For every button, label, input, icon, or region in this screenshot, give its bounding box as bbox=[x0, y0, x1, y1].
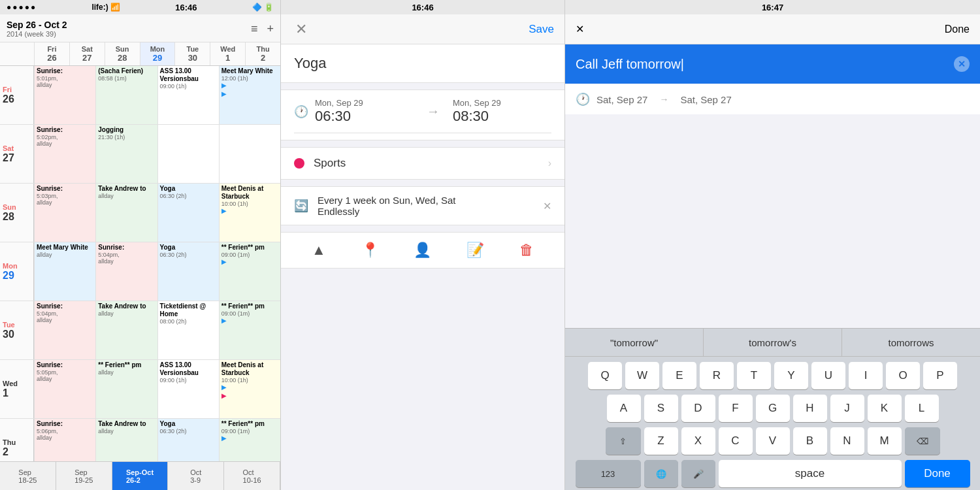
event-cell[interactable]: Meet Mary White allday bbox=[34, 242, 95, 301]
key-f[interactable]: F bbox=[719, 395, 753, 422]
event-cell[interactable]: Sunrise: 5:03pm, allday bbox=[34, 184, 95, 242]
event-cell[interactable]: Meet Mary White 12:00 (1h) ▶▶ bbox=[219, 66, 280, 124]
key-p[interactable]: P bbox=[923, 362, 957, 389]
reminder-close-button[interactable]: ✕ bbox=[576, 23, 584, 35]
status-icons-1: 🔷 🔋 bbox=[252, 3, 274, 12]
event-cell[interactable]: Sunrise: 5:04pm, allday bbox=[95, 242, 157, 301]
key-w[interactable]: W bbox=[625, 362, 659, 389]
event-cell[interactable]: ASS 13.00 Versionsbau 09:00 (1h) bbox=[157, 66, 219, 124]
event-end-time: 08:30 bbox=[453, 108, 551, 125]
week-nav-oct10[interactable]: Oct10-16 bbox=[224, 462, 280, 490]
space-key[interactable]: space bbox=[719, 460, 902, 487]
key-i[interactable]: I bbox=[849, 362, 883, 389]
day-header-fri[interactable]: Fri26 bbox=[34, 42, 69, 65]
event-cell[interactable]: Yoga 06:30 (2h) bbox=[157, 242, 219, 301]
week-nav-sep18[interactable]: Sep18-25 bbox=[0, 462, 56, 490]
numbers-key[interactable]: 123 bbox=[576, 460, 641, 487]
key-x[interactable]: X bbox=[681, 427, 715, 455]
backspace-key[interactable]: ⌫ bbox=[905, 427, 940, 455]
event-cell[interactable]: Yoga 06:30 (2h) bbox=[157, 419, 219, 461]
key-u[interactable]: U bbox=[811, 362, 845, 389]
week-nav-sep19[interactable]: Sep19-25 bbox=[56, 462, 112, 490]
key-e[interactable]: E bbox=[662, 362, 696, 389]
key-y[interactable]: Y bbox=[774, 362, 808, 389]
save-button[interactable]: Save bbox=[529, 23, 554, 36]
event-cell[interactable]: Take Andrew to allday bbox=[95, 301, 157, 359]
event-cell[interactable]: Meet Denis at Starbuck 10:00 (1h) ▶▶ bbox=[219, 360, 280, 418]
event-cell[interactable]: ** Ferien** pm 09:00 (1m) ▶ bbox=[219, 301, 280, 359]
menu-icon[interactable]: ≡ bbox=[251, 22, 258, 36]
key-v[interactable]: V bbox=[756, 427, 790, 455]
delete-toolbar-icon[interactable]: 🗑 bbox=[519, 242, 534, 259]
key-a[interactable]: A bbox=[607, 395, 641, 422]
event-cell[interactable]: Sunrise: 5:01pm, allday bbox=[34, 66, 95, 124]
day-header-thu[interactable]: Thu2 bbox=[245, 42, 280, 65]
week-nav-oct3[interactable]: Oct3-9 bbox=[168, 462, 224, 490]
key-r[interactable]: R bbox=[700, 362, 734, 389]
event-cell[interactable]: (Sacha Ferien) 08:58 (1m) bbox=[95, 66, 157, 124]
day-header-wed[interactable]: Wed1 bbox=[210, 42, 245, 65]
event-calendar-section[interactable]: Sports › bbox=[281, 147, 564, 180]
day-header-tue[interactable]: Tue30 bbox=[174, 42, 210, 65]
key-l[interactable]: L bbox=[905, 395, 939, 422]
day-header-sat[interactable]: Sat27 bbox=[69, 42, 105, 65]
row-label-sun: Sun 28 bbox=[0, 184, 34, 242]
key-m[interactable]: M bbox=[868, 427, 902, 455]
event-cell[interactable]: Yoga 06:30 (2h) bbox=[157, 184, 219, 242]
key-d[interactable]: D bbox=[681, 395, 715, 422]
event-cell[interactable]: ** Ferien** pm 09:00 (1m) ▶ bbox=[219, 419, 280, 461]
event-cell[interactable]: Sunrise: 5:02pm, allday bbox=[34, 125, 95, 183]
calendar-week-info: 2014 (week 39) bbox=[7, 30, 67, 38]
event-cell[interactable]: Take Andrew to allday bbox=[95, 419, 157, 461]
key-g[interactable]: G bbox=[756, 395, 790, 422]
location-toolbar-icon[interactable]: 📍 bbox=[361, 242, 379, 259]
weekday-label: Tue bbox=[3, 321, 15, 329]
day-header-mon[interactable]: Mon29 bbox=[140, 42, 175, 65]
autocomplete-item-plural[interactable]: tomorrows bbox=[842, 329, 980, 356]
key-t[interactable]: T bbox=[737, 362, 771, 389]
key-b[interactable]: B bbox=[793, 427, 827, 455]
repeat-close-icon[interactable]: ✕ bbox=[543, 200, 551, 212]
shift-key[interactable]: ⇧ bbox=[606, 427, 641, 455]
key-o[interactable]: O bbox=[886, 362, 920, 389]
clear-input-button[interactable]: ✕ bbox=[954, 56, 970, 72]
event-cell[interactable]: Jogging 21:30 (1h) bbox=[95, 125, 157, 183]
autocomplete-label: "tomorrow" bbox=[610, 337, 658, 348]
weekday-label: Fri bbox=[3, 86, 12, 93]
key-j[interactable]: J bbox=[830, 395, 864, 422]
day-header-sun[interactable]: Sun28 bbox=[105, 42, 140, 65]
key-c[interactable]: C bbox=[719, 427, 753, 455]
key-q[interactable]: Q bbox=[588, 362, 622, 389]
autocomplete-item-quoted[interactable]: "tomorrow" bbox=[565, 329, 704, 356]
event-cell[interactable]: Sunrise: 5:05pm, allday bbox=[34, 360, 95, 418]
event-cell[interactable]: Meet Denis at Starbuck 10:00 (1h) ▶ bbox=[219, 184, 280, 242]
event-cell[interactable]: ASS 13.00 Versionsbau 09:00 (1h) bbox=[157, 360, 219, 418]
done-button[interactable]: Done bbox=[945, 24, 970, 35]
event-cell[interactable]: Ticketdienst @ Home 08:00 (2h) bbox=[157, 301, 219, 359]
contact-toolbar-icon[interactable]: 👤 bbox=[414, 242, 431, 259]
row-cells-thu: Sunrise: 5:06pm, allday Take Andrew to a… bbox=[34, 419, 280, 461]
autocomplete-item-possessive[interactable]: tomorrow's bbox=[704, 329, 842, 356]
key-k[interactable]: K bbox=[868, 395, 902, 422]
key-s[interactable]: S bbox=[644, 395, 678, 422]
event-cell[interactable]: Sunrise: 5:06pm, allday bbox=[34, 419, 95, 461]
reminder-time-section[interactable]: 🕐 Sat, Sep 27 → Sat, Sep 27 bbox=[565, 84, 980, 114]
key-n[interactable]: N bbox=[830, 427, 864, 455]
add-event-icon[interactable]: + bbox=[267, 22, 274, 36]
event-cell[interactable]: ** Ferien** pm allday bbox=[95, 360, 157, 418]
microphone-key[interactable]: 🎤 bbox=[681, 460, 715, 487]
event-cell[interactable]: ** Ferien** pm 09:00 (1m) ▶ bbox=[219, 242, 280, 301]
key-h[interactable]: H bbox=[793, 395, 827, 422]
event-start-time-row[interactable]: 🕐 Mon, Sep 29 06:30 → Mon, Sep 29 08:30 bbox=[281, 90, 564, 133]
globe-key[interactable]: 🌐 bbox=[644, 460, 678, 487]
notes-toolbar-icon[interactable]: 📝 bbox=[466, 242, 484, 259]
close-button[interactable]: ✕ bbox=[291, 21, 311, 38]
bell-toolbar-icon[interactable]: ▲ bbox=[312, 242, 326, 259]
week-nav-sep26[interactable]: Sep-Oct26-2 bbox=[112, 462, 169, 490]
event-cell[interactable]: Take Andrew to allday bbox=[95, 184, 157, 242]
event-cell[interactable]: Sunrise: 5:04pm, allday bbox=[34, 301, 95, 359]
key-z[interactable]: Z bbox=[644, 427, 678, 455]
event-title: Take Andrew to bbox=[98, 185, 155, 193]
event-arrow-icon: ▶ bbox=[221, 434, 278, 442]
done-keyboard-button[interactable]: Done bbox=[905, 460, 970, 487]
